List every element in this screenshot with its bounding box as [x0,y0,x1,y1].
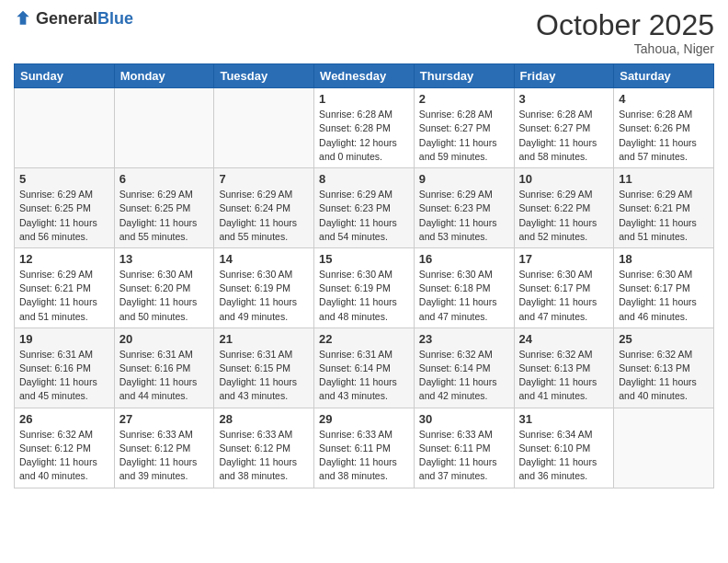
calendar-cell: 1Sunrise: 6:28 AMSunset: 6:28 PMDaylight… [314,88,415,168]
day-info: Sunrise: 6:32 AMSunset: 6:13 PMDaylight:… [619,348,709,404]
logo-text: GeneralBlue [36,10,133,28]
day-number: 25 [619,332,709,346]
day-info: Sunrise: 6:29 AMSunset: 6:23 PMDaylight:… [319,188,409,244]
day-info: Sunrise: 6:28 AMSunset: 6:27 PMDaylight:… [419,108,509,164]
day-number: 4 [619,92,709,106]
day-number: 27 [119,412,210,426]
day-info: Sunrise: 6:31 AMSunset: 6:14 PMDaylight:… [319,348,409,404]
day-info: Sunrise: 6:29 AMSunset: 6:25 PMDaylight:… [19,188,109,244]
col-header-tuesday: Tuesday [214,64,314,88]
day-number: 19 [19,332,109,346]
calendar-cell: 10Sunrise: 6:29 AMSunset: 6:22 PMDayligh… [514,168,614,248]
calendar-cell: 5Sunrise: 6:29 AMSunset: 6:25 PMDaylight… [15,168,115,248]
logo-blue: Blue [97,9,133,28]
calendar-week-row: 26Sunrise: 6:32 AMSunset: 6:12 PMDayligh… [15,408,714,488]
day-number: 17 [519,252,609,266]
day-number: 10 [519,172,609,186]
day-info: Sunrise: 6:32 AMSunset: 6:14 PMDaylight:… [419,348,509,404]
location: Tahoua, Niger [536,41,714,56]
day-number: 20 [119,332,210,346]
calendar-cell: 12Sunrise: 6:29 AMSunset: 6:21 PMDayligh… [15,247,115,327]
day-info: Sunrise: 6:29 AMSunset: 6:21 PMDaylight:… [619,188,709,244]
day-info: Sunrise: 6:33 AMSunset: 6:11 PMDaylight:… [319,428,409,484]
day-info: Sunrise: 6:32 AMSunset: 6:12 PMDaylight:… [19,428,109,484]
day-info: Sunrise: 6:30 AMSunset: 6:18 PMDaylight:… [419,268,509,324]
calendar-cell: 17Sunrise: 6:30 AMSunset: 6:17 PMDayligh… [514,247,614,327]
day-info: Sunrise: 6:30 AMSunset: 6:19 PMDaylight:… [219,268,309,324]
day-info: Sunrise: 6:29 AMSunset: 6:25 PMDaylight:… [119,188,210,244]
day-info: Sunrise: 6:33 AMSunset: 6:12 PMDaylight:… [119,428,210,484]
calendar-cell [614,408,714,488]
svg-marker-0 [17,11,28,25]
day-number: 30 [419,412,509,426]
calendar-cell [15,88,115,168]
calendar-header-row: SundayMondayTuesdayWednesdayThursdayFrid… [15,64,714,88]
calendar-cell: 30Sunrise: 6:33 AMSunset: 6:11 PMDayligh… [414,408,514,488]
title-block: October 2025 Tahoua, Niger [536,9,714,56]
day-number: 29 [319,412,409,426]
day-info: Sunrise: 6:28 AMSunset: 6:28 PMDaylight:… [319,108,409,164]
calendar-cell: 29Sunrise: 6:33 AMSunset: 6:11 PMDayligh… [314,408,415,488]
day-number: 11 [619,172,709,186]
calendar-cell: 31Sunrise: 6:34 AMSunset: 6:10 PMDayligh… [514,408,614,488]
calendar-cell: 27Sunrise: 6:33 AMSunset: 6:12 PMDayligh… [114,408,214,488]
day-info: Sunrise: 6:31 AMSunset: 6:16 PMDaylight:… [119,348,210,404]
day-number: 3 [519,92,609,106]
day-number: 26 [19,412,109,426]
calendar-cell: 6Sunrise: 6:29 AMSunset: 6:25 PMDaylight… [114,168,214,248]
calendar-cell: 22Sunrise: 6:31 AMSunset: 6:14 PMDayligh… [314,327,415,408]
col-header-friday: Friday [514,64,614,88]
day-number: 8 [319,172,409,186]
day-number: 15 [319,252,409,266]
calendar-cell: 28Sunrise: 6:33 AMSunset: 6:12 PMDayligh… [214,408,314,488]
day-number: 13 [119,252,210,266]
day-number: 6 [119,172,210,186]
calendar-cell: 25Sunrise: 6:32 AMSunset: 6:13 PMDayligh… [614,327,714,408]
calendar-cell: 3Sunrise: 6:28 AMSunset: 6:27 PMDaylight… [514,88,614,168]
col-header-saturday: Saturday [614,64,714,88]
day-info: Sunrise: 6:29 AMSunset: 6:23 PMDaylight:… [419,188,509,244]
day-info: Sunrise: 6:34 AMSunset: 6:10 PMDaylight:… [519,428,609,484]
day-number: 14 [219,252,309,266]
calendar-cell: 18Sunrise: 6:30 AMSunset: 6:17 PMDayligh… [614,247,714,327]
day-info: Sunrise: 6:28 AMSunset: 6:27 PMDaylight:… [519,108,609,164]
day-number: 28 [219,412,309,426]
day-info: Sunrise: 6:29 AMSunset: 6:21 PMDaylight:… [19,268,109,324]
page-header: GeneralBlue October 2025 Tahoua, Niger [14,9,714,56]
calendar-cell: 9Sunrise: 6:29 AMSunset: 6:23 PMDaylight… [414,168,514,248]
day-info: Sunrise: 6:30 AMSunset: 6:19 PMDaylight:… [319,268,409,324]
day-number: 12 [19,252,109,266]
day-info: Sunrise: 6:32 AMSunset: 6:13 PMDaylight:… [519,348,609,404]
calendar-cell: 4Sunrise: 6:28 AMSunset: 6:26 PMDaylight… [614,88,714,168]
col-header-monday: Monday [114,64,214,88]
calendar-cell: 14Sunrise: 6:30 AMSunset: 6:19 PMDayligh… [214,247,314,327]
calendar-cell: 26Sunrise: 6:32 AMSunset: 6:12 PMDayligh… [15,408,115,488]
day-number: 5 [19,172,109,186]
logo-icon [14,9,32,28]
calendar-cell [214,88,314,168]
col-header-thursday: Thursday [414,64,514,88]
day-info: Sunrise: 6:33 AMSunset: 6:12 PMDaylight:… [219,428,309,484]
day-info: Sunrise: 6:31 AMSunset: 6:16 PMDaylight:… [19,348,109,404]
day-number: 2 [419,92,509,106]
calendar-week-row: 1Sunrise: 6:28 AMSunset: 6:28 PMDaylight… [15,88,714,168]
calendar-cell: 2Sunrise: 6:28 AMSunset: 6:27 PMDaylight… [414,88,514,168]
day-number: 21 [219,332,309,346]
day-info: Sunrise: 6:31 AMSunset: 6:15 PMDaylight:… [219,348,309,404]
col-header-sunday: Sunday [15,64,115,88]
calendar-week-row: 5Sunrise: 6:29 AMSunset: 6:25 PMDaylight… [15,168,714,248]
calendar-week-row: 12Sunrise: 6:29 AMSunset: 6:21 PMDayligh… [15,247,714,327]
calendar-cell: 16Sunrise: 6:30 AMSunset: 6:18 PMDayligh… [414,247,514,327]
calendar-cell: 24Sunrise: 6:32 AMSunset: 6:13 PMDayligh… [514,327,614,408]
calendar-cell: 11Sunrise: 6:29 AMSunset: 6:21 PMDayligh… [614,168,714,248]
calendar-cell: 21Sunrise: 6:31 AMSunset: 6:15 PMDayligh… [214,327,314,408]
day-number: 1 [319,92,409,106]
day-number: 22 [319,332,409,346]
calendar-table: SundayMondayTuesdayWednesdayThursdayFrid… [14,63,714,488]
logo: GeneralBlue [14,9,133,28]
day-info: Sunrise: 6:30 AMSunset: 6:20 PMDaylight:… [119,268,210,324]
calendar-cell: 19Sunrise: 6:31 AMSunset: 6:16 PMDayligh… [15,327,115,408]
day-number: 31 [519,412,609,426]
day-number: 9 [419,172,509,186]
month-title: October 2025 [536,9,714,41]
